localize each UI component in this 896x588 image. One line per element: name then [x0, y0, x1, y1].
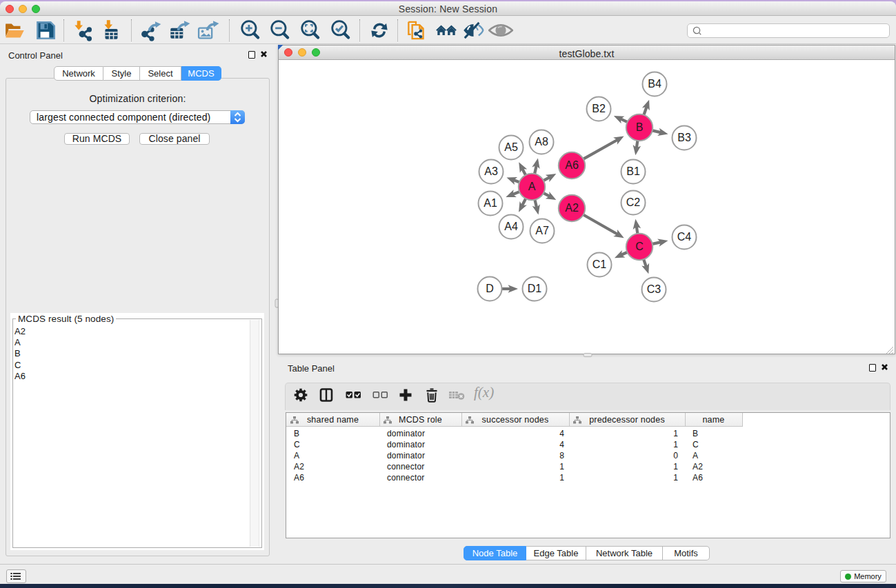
svg-text:C4: C4 — [677, 231, 692, 243]
svg-text:A1: A1 — [484, 197, 497, 209]
svg-text:A: A — [528, 181, 536, 192]
svg-text:B: B — [636, 121, 644, 133]
svg-text:A7: A7 — [535, 225, 549, 236]
svg-text:C: C — [635, 241, 644, 252]
svg-text:B2: B2 — [592, 103, 606, 114]
svg-text:D1: D1 — [528, 283, 542, 294]
svg-text:B4: B4 — [648, 78, 661, 90]
svg-text:A8: A8 — [535, 136, 548, 148]
svg-text:C3: C3 — [647, 283, 661, 295]
svg-text:A5: A5 — [504, 141, 518, 153]
svg-text:B3: B3 — [677, 132, 691, 143]
svg-text:C2: C2 — [626, 196, 641, 208]
svg-text:A2: A2 — [565, 202, 579, 214]
svg-text:A3: A3 — [484, 165, 498, 177]
svg-text:D: D — [486, 283, 494, 294]
svg-text:A4: A4 — [504, 221, 518, 232]
svg-text:B1: B1 — [626, 165, 640, 177]
svg-text:C1: C1 — [593, 258, 607, 270]
svg-text:A6: A6 — [565, 159, 579, 171]
